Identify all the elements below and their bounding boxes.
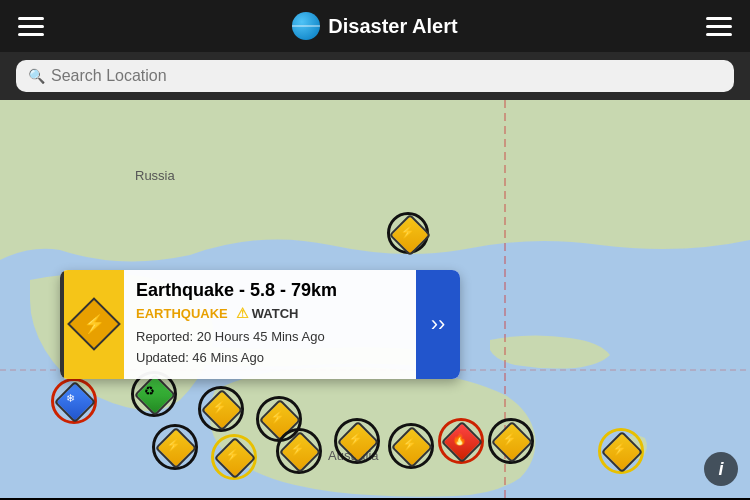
warning-icon: ⚠ [236, 305, 249, 321]
app-title: Disaster Alert [328, 15, 457, 38]
popup-tags: EARTHQUAKE ⚠ WATCH [136, 305, 404, 321]
popup-earthquake-icon: ⚡ [67, 297, 121, 351]
marker-cyclone-1[interactable]: ❄ [56, 383, 94, 421]
earthquake-symbol: ⚡ [83, 313, 105, 335]
marker-earthquake-7[interactable]: ⚡ [339, 423, 377, 461]
menu-right-button[interactable] [706, 17, 732, 36]
app-header: Disaster Alert [0, 0, 750, 52]
info-button[interactable]: i [704, 452, 738, 486]
tag-watch: ⚠ WATCH [236, 305, 299, 321]
marker-flood-1[interactable]: ♻ [136, 376, 174, 414]
marker-volcano-1[interactable]: 🔥 [443, 423, 481, 461]
globe-icon [292, 12, 320, 40]
popup-arrow-button[interactable]: ›› [416, 270, 460, 379]
marker-earthquake-1[interactable]: ⚡ [391, 216, 429, 254]
popup-content: Earthquake - 5.8 - 79km EARTHQUAKE ⚠ WAT… [124, 270, 416, 379]
header-center: Disaster Alert [292, 12, 457, 40]
marker-earthquake-8[interactable]: ⚡ [393, 428, 431, 466]
marker-earthquake-5[interactable]: ⚡ [216, 439, 254, 477]
search-input[interactable] [51, 67, 722, 85]
popup-icon-side: ⚡ [64, 270, 124, 379]
search-bar: 🔍 [0, 52, 750, 100]
marker-earthquake-9[interactable]: ⚡ [493, 423, 531, 461]
marker-earthquake-6[interactable]: ⚡ [281, 433, 319, 471]
info-icon: i [718, 459, 723, 480]
event-popup[interactable]: ⚡ Earthquake - 5.8 - 79km EARTHQUAKE ⚠ W… [60, 270, 460, 379]
marker-earthquake-2[interactable]: ⚡ [203, 391, 241, 429]
popup-reported-text: Reported: 20 Hours 45 Mins Ago [136, 327, 404, 348]
search-icon: 🔍 [28, 68, 45, 84]
tag-earthquake: EARTHQUAKE [136, 306, 228, 321]
popup-updated-text: Updated: 46 Mins Ago [136, 348, 404, 369]
popup-reported: Reported: 20 Hours 45 Mins Ago Updated: … [136, 327, 404, 369]
search-input-wrap[interactable]: 🔍 [16, 60, 734, 92]
menu-left-button[interactable] [18, 17, 44, 36]
popup-title: Earthquake - 5.8 - 79km [136, 280, 404, 301]
marker-earthquake-10[interactable]: ⚡ [603, 433, 641, 471]
map-container[interactable]: Russia Thailand Australia ⚡ ❄ ♻ ⚡ [0, 100, 750, 498]
chevron-right-icon: ›› [431, 311, 446, 337]
marker-earthquake-4[interactable]: ⚡ [157, 429, 195, 467]
